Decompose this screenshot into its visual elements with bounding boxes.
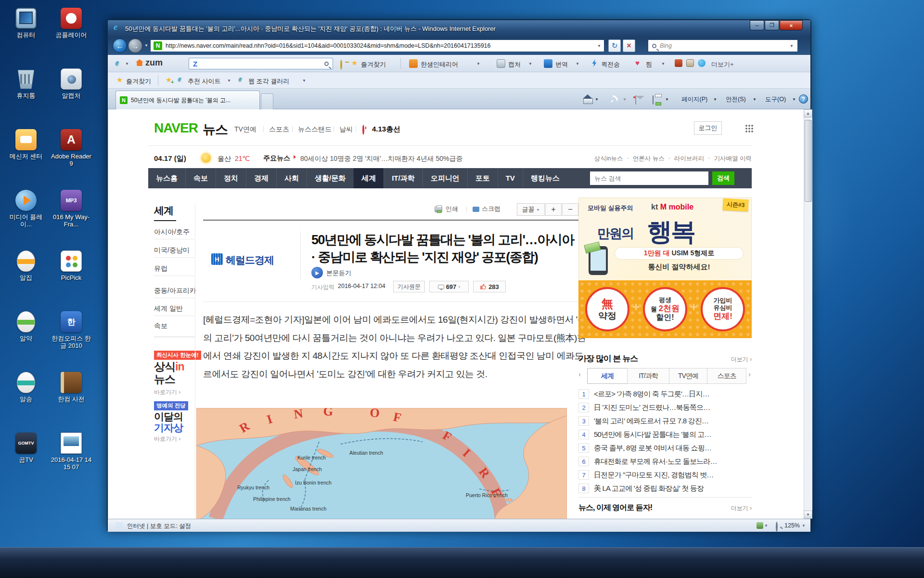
promo2-goto-link[interactable]: 바로가기 › <box>154 435 180 443</box>
address-field[interactable]: N http://news.naver.com/main/read.nhn?oi… <box>150 39 604 52</box>
news-item-title[interactable]: 휴대전화로 부모께 유서·노모 돌보느라… <box>594 457 754 466</box>
weather-temp[interactable]: 21℃ <box>235 155 250 162</box>
zum-favorites-label[interactable]: 즐겨찾기 <box>361 60 386 69</box>
url-text[interactable]: http://news.naver.com/main/read.nhn?oid=… <box>166 42 594 49</box>
most-viewed-more-link[interactable]: 더보기 › <box>731 355 752 364</box>
comments-button[interactable]: 697 › <box>429 281 469 292</box>
scroll-up-button[interactable] <box>804 109 812 118</box>
listen-label[interactable]: 본문듣기 <box>326 269 351 277</box>
print-icon[interactable] <box>653 95 654 105</box>
link-library[interactable]: 라이브러리 <box>674 155 705 163</box>
news-list-item[interactable]: 2日 '지진 도미노' 건드렸나…북동쪽으… <box>578 403 754 412</box>
font-button[interactable]: 글꼴 <box>517 203 545 216</box>
favorites-button-label[interactable]: 즐겨찾기 <box>126 77 151 86</box>
sidebar-item-america[interactable]: 미국/중남미 <box>154 246 190 255</box>
search-dropdown-icon[interactable] <box>790 44 794 48</box>
major-news-headline[interactable]: 80세이상 10명중 2명 '치매'…치매환자 4년새 50%급증 <box>300 155 463 163</box>
font-increase-button[interactable]: + <box>545 203 562 216</box>
bing-search-box[interactable]: Bing <box>648 39 798 52</box>
print-article-button[interactable]: 인쇄 <box>434 205 458 213</box>
safety-menu-dropdown-icon[interactable] <box>753 97 757 102</box>
desktop-icon-alsong[interactable]: 알송 <box>5 372 47 403</box>
desktop-icon-gomplayer[interactable]: 곰플레이어 <box>50 8 92 39</box>
news-item-title[interactable]: 50년만에 동시다발 꿈틀대는 '불의 고… <box>594 430 754 439</box>
desktop-icon-gomtv[interactable]: GOMTV곰TV <box>5 433 47 463</box>
nav-newshome[interactable]: 뉴스홈 <box>148 168 185 188</box>
search-placeholder[interactable]: Bing <box>660 42 786 49</box>
link-press-news[interactable]: 언론사 뉴스 <box>633 155 665 163</box>
new-tab-stub[interactable] <box>261 93 273 109</box>
mv-tab-sports[interactable]: 스포츠 <box>707 368 746 384</box>
login-button[interactable]: 로그인 <box>694 121 722 135</box>
news-item-title[interactable]: <르포> '가족 8명이 죽 두그릇'…日지… <box>594 390 754 399</box>
desktop-icon-computer[interactable]: 컴퓨터 <box>5 8 47 39</box>
tabs-prev-arrow[interactable] <box>578 370 581 378</box>
quicksend-icon[interactable] <box>591 59 598 67</box>
desktop-icon-media-player[interactable]: 미디어 플레이... <box>5 190 47 228</box>
sidebar-item-world-general[interactable]: 세계 일반 <box>154 304 183 313</box>
nav-world-active[interactable]: 세계 <box>353 168 384 188</box>
hanssem-icon[interactable] <box>409 59 418 68</box>
translate-dropdown-icon[interactable] <box>576 62 579 66</box>
mv-tab-tv[interactable]: TV연예 <box>669 368 707 384</box>
news-list-item[interactable]: 7日전문가 "구마모토 지진, 경험법칙 벗… <box>578 470 754 480</box>
news-list-item[interactable]: 450년만에 동시다발 꿈틀대는 '불의 고… <box>578 430 754 439</box>
news-item-title[interactable]: 日 '지진 도미노' 건드렸나…북동쪽으… <box>594 403 754 412</box>
page-menu[interactable]: 페이지(P) <box>681 95 707 104</box>
close-button[interactable] <box>780 20 803 30</box>
toolbar-ie-dropdown-icon[interactable] <box>125 62 129 66</box>
forward-button[interactable]: → <box>128 39 142 53</box>
menu-newsstand[interactable]: 뉴스스탠드 <box>298 125 332 134</box>
scrollbar-thumb[interactable] <box>805 120 812 202</box>
news-list-item[interactable]: 3'불의 고리' 에콰도르서 규모 7.8 강진… <box>578 416 754 426</box>
original-article-button[interactable]: 기사원문 <box>393 281 425 292</box>
apps-grid-icon[interactable] <box>745 124 753 132</box>
nav-society[interactable]: 사회 <box>276 168 307 188</box>
zum-search-icon[interactable] <box>324 62 329 66</box>
desktop-icon-recycle-bin[interactable]: 휴지통 <box>5 68 47 99</box>
zoom-level[interactable]: 125% <box>784 522 800 529</box>
nav-opinion[interactable]: 오피니언 <box>423 168 467 188</box>
nav-photo[interactable]: 포토 <box>467 168 498 188</box>
nav-politics[interactable]: 정치 <box>216 168 246 188</box>
link-article-history[interactable]: 기사배열 이력 <box>714 155 752 163</box>
hanssem-dropdown-icon[interactable] <box>476 62 480 66</box>
news-list-item[interactable]: 6휴대전화로 부모께 유서·노모 돌보느라… <box>578 457 754 466</box>
listen-icon[interactable]: ▶ <box>311 267 323 278</box>
news-item-title[interactable]: 중국 졸부, 8명 로봇 여비서 대동 쇼핑… <box>594 444 754 453</box>
kt-ad-band[interactable]: 無 약정 + 평생 월 2천원 할인! + 가입비 유심비 면제! <box>578 280 752 338</box>
page-menu-dropdown-icon[interactable] <box>713 97 717 102</box>
promo-title-sangsik[interactable]: 상식in <box>154 360 184 373</box>
toolbar-ie-icon[interactable]: e <box>116 59 119 66</box>
news-item-title[interactable]: 美 LA 고교에 '성 중립 화장실' 첫 등장 <box>594 484 754 493</box>
quicksend-label[interactable]: 퀵전송 <box>601 60 620 69</box>
news-list-item[interactable]: 8美 LA 고교에 '성 중립 화장실' 첫 등장 <box>578 484 754 493</box>
nav-tv[interactable]: TV <box>498 168 523 188</box>
desktop-icon-picpick[interactable]: PicPick <box>50 250 92 281</box>
zum-favorites-star-icon[interactable] <box>351 59 358 67</box>
home-dropdown-icon[interactable] <box>595 97 599 102</box>
back-button[interactable]: ← <box>113 39 127 53</box>
jjim-dropdown-icon[interactable] <box>661 62 665 66</box>
news-list-item[interactable]: 5중국 졸부, 8명 로봇 여비서 대동 쇼핑… <box>578 443 754 453</box>
capture-icon[interactable] <box>497 59 505 68</box>
favorites-star-icon[interactable] <box>116 76 123 84</box>
suggested-sites-dropdown-icon[interactable] <box>227 79 231 83</box>
horn-icon[interactable] <box>675 59 682 67</box>
key-icon[interactable] <box>340 60 342 70</box>
link-common-sense[interactable]: 상식in뉴스 <box>594 155 623 163</box>
sidebar-item-breaking[interactable]: 속보 <box>154 322 167 330</box>
promo1-goto-link[interactable]: 바로가기 › <box>154 388 180 396</box>
nav-breaking[interactable]: 속보 <box>185 168 216 188</box>
news-list-item[interactable]: 1<르포> '가족 8명이 죽 두그릇'…日지… <box>578 389 754 399</box>
notebook-icon[interactable] <box>686 59 694 67</box>
print-dropdown-icon[interactable] <box>665 97 669 102</box>
minimize-button[interactable]: ─ <box>750 20 764 30</box>
kt-ad-banner[interactable]: 모바일 실용주의 kt M mobile 시즌#3 만원의 행복 1만원 대 U… <box>578 197 752 280</box>
font-decrease-button[interactable]: − <box>562 203 578 216</box>
nav-ranking[interactable]: 랭킹뉴스 <box>523 168 567 188</box>
scroll-down-button[interactable] <box>804 511 812 519</box>
menu-weather[interactable]: 날씨 <box>339 125 353 134</box>
title-bar[interactable]: e 50년만에 동시다발 꿈틀대는 '불의 고리'...아시아 · 중남미로 확… <box>108 20 810 37</box>
sidebar-item-asia[interactable]: 아시아/호주 <box>154 228 190 236</box>
